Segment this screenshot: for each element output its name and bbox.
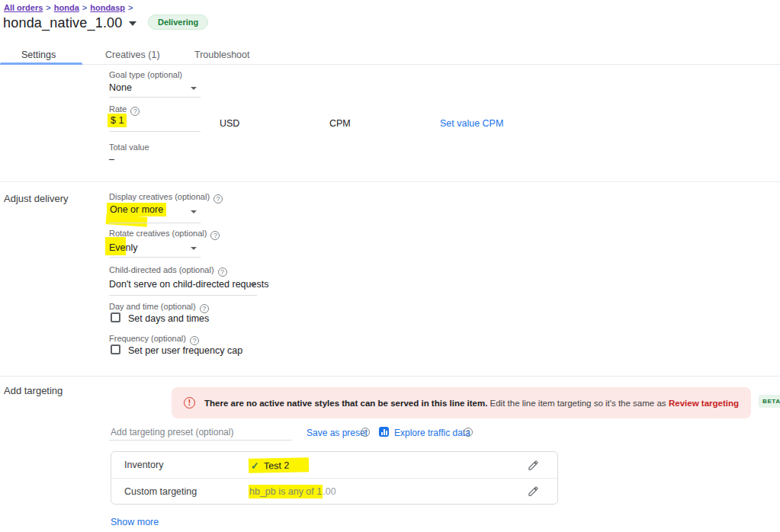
display-creatives-label: Display creatives (optional)? <box>109 192 223 204</box>
rate-help-icon[interactable]: ? <box>130 107 140 116</box>
edit-inventory-button[interactable] <box>528 460 539 471</box>
currency-code: USD <box>220 118 239 129</box>
active-tab-underline <box>0 62 82 65</box>
tab-troubleshoot[interactable]: Troubleshoot <box>194 50 250 60</box>
goal-type-label: Goal type (optional) <box>109 70 182 79</box>
breadcrumb: All orders>honda>hondasp> <box>4 2 136 13</box>
edit-custom-targeting-button[interactable] <box>528 486 539 497</box>
section-divider <box>0 181 780 182</box>
display-creatives-caret-icon <box>191 210 197 213</box>
cost-type: CPM <box>329 118 351 129</box>
day-time-checkbox[interactable] <box>111 312 120 322</box>
rotate-creatives-help-icon[interactable]: ? <box>210 231 220 240</box>
breadcrumb-order-honda[interactable]: honda <box>54 3 79 12</box>
rate-value-highlight: $ 1 <box>108 114 127 127</box>
custom-targeting-value-highlight: hb_pb is any of 1 <box>249 485 323 498</box>
display-creatives-value-highlight: One or more <box>107 203 166 216</box>
frequency-help-icon[interactable]: ? <box>190 336 199 345</box>
rotate-creatives-select[interactable]: Evenly <box>109 242 138 253</box>
goal-type-select[interactable]: None <box>109 82 132 93</box>
goal-type-underline <box>109 97 201 98</box>
add-targeting-section-title: Add targeting <box>4 385 63 396</box>
total-value: – <box>109 154 114 165</box>
warning-text: There are no active native styles that c… <box>204 399 669 408</box>
explore-traffic-help-icon[interactable]: ? <box>464 428 473 437</box>
pencil-icon <box>528 460 539 471</box>
rotate-creatives-caret-icon <box>191 247 197 250</box>
rotate-creatives-underline <box>109 257 201 258</box>
page-title: honda_native_1.00 <box>3 15 123 31</box>
title-dropdown-caret-icon[interactable] <box>129 21 136 26</box>
row-label: Inventory <box>124 460 249 470</box>
breadcrumb-separator: > <box>128 3 133 12</box>
total-value-label: Total value <box>109 143 149 152</box>
row-label: Custom targeting <box>124 486 249 497</box>
child-directed-caret-icon <box>250 284 256 287</box>
inventory-value-highlight: ✓Test 2 <box>249 457 310 473</box>
targeting-preset-input[interactable] <box>109 424 292 441</box>
day-time-checkbox-label: Set days and times <box>128 313 209 324</box>
child-directed-label: Child-directed ads (optional)? <box>109 265 227 277</box>
explore-traffic-chart-icon <box>379 427 389 437</box>
beta-badge: BETA <box>759 395 780 408</box>
tab-settings[interactable]: Settings <box>21 50 56 60</box>
child-directed-help-icon[interactable]: ? <box>218 268 227 277</box>
rate-input[interactable]: $ 1 <box>108 115 127 126</box>
frequency-checkbox-label: Set per user frequency cap <box>128 345 242 356</box>
table-row-custom-targeting: Custom targeting hb_pb is any of 1.00 <box>111 478 557 504</box>
warning-icon: ! <box>184 397 195 409</box>
explore-traffic-data-link[interactable]: Explore traffic data <box>394 428 470 438</box>
breadcrumb-all-orders[interactable]: All orders <box>4 3 43 12</box>
child-directed-underline <box>109 295 257 296</box>
tab-bar: Settings Creatives (1) Troubleshoot <box>0 46 780 65</box>
status-badge: Delivering <box>148 14 208 30</box>
show-more-link[interactable]: Show more <box>111 517 159 527</box>
review-targeting-link[interactable]: Review targeting <box>669 399 739 408</box>
line-item-settings-page: All orders>honda>hondasp> honda_native_1… <box>0 0 780 532</box>
day-time-label: Day and time (optional)? <box>109 302 209 313</box>
goal-type-caret-icon <box>191 87 197 90</box>
frequency-label: Frequency (optional)? <box>109 334 199 345</box>
save-as-preset-help-icon[interactable]: ? <box>361 428 370 437</box>
day-time-help-icon[interactable]: ? <box>200 304 209 313</box>
display-creatives-underline <box>109 223 201 223</box>
section-divider <box>0 376 780 377</box>
breadcrumb-lineitem-hondasp[interactable]: hondasp <box>90 3 125 12</box>
tab-creatives[interactable]: Creatives (1) <box>105 50 160 60</box>
display-creatives-select[interactable]: One or more <box>107 204 166 215</box>
breadcrumb-separator: > <box>46 3 50 12</box>
custom-targeting-value: hb_pb is any of 1.00 <box>249 486 336 497</box>
rate-underline <box>109 131 201 132</box>
frequency-checkbox[interactable] <box>111 345 120 354</box>
set-value-cpm-link[interactable]: Set value CPM <box>440 118 503 129</box>
targeting-summary-table: Inventory ✓Test 2 Custom targeting hb_pb… <box>111 451 558 505</box>
save-as-preset-link[interactable]: Save as preset <box>307 428 368 438</box>
native-styles-warning-banner: ! There are no active native styles that… <box>172 387 751 418</box>
breadcrumb-separator: > <box>82 3 87 12</box>
adjust-delivery-section-title: Adjust delivery <box>4 193 69 204</box>
child-directed-select[interactable]: Don't serve on child-directed requests <box>109 279 268 290</box>
check-icon: ✓ <box>251 460 259 471</box>
inventory-value: Test 2 <box>264 460 290 471</box>
display-creatives-help-icon[interactable]: ? <box>213 194 223 204</box>
pencil-icon <box>528 486 539 497</box>
table-row-inventory: Inventory ✓Test 2 <box>111 452 557 478</box>
